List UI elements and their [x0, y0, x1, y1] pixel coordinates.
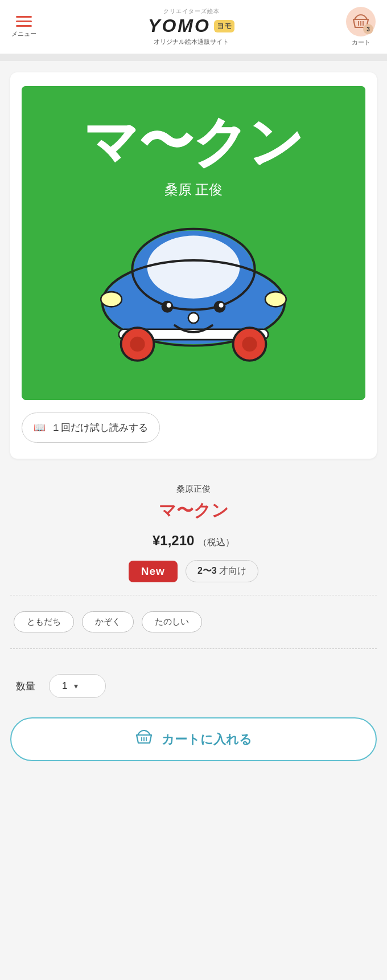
badges-row: New 2〜3 才向け — [16, 560, 371, 582]
price-value: ¥1,210 — [153, 533, 194, 548]
trial-read-label: １回だけ試し読みする — [51, 421, 148, 434]
svg-point-20 — [188, 313, 199, 323]
chevron-down-icon: ▾ — [74, 681, 78, 691]
logo-text: YOMO — [148, 15, 211, 36]
age-range: 2〜3 — [197, 566, 217, 575]
quantity-selector[interactable]: 1 ▾ — [49, 674, 106, 698]
header-separator — [0, 54, 387, 61]
tag-tanoshii[interactable]: たのしい — [142, 611, 202, 632]
svg-point-13 — [130, 337, 145, 352]
menu-button[interactable]: メニュー — [11, 16, 36, 38]
header: メニュー クリエイターズ絵本 YOMO ヨモ オリジナル絵本通販サイト 3 カー… — [0, 0, 387, 54]
product-info: 桑原正俊 マ〜クン ¥1,210 （税込） New 2〜3 才向け — [0, 470, 387, 582]
tags-row: ともだち かぞく たのしい — [0, 605, 387, 639]
quantity-label: 数量 — [16, 680, 35, 693]
tag-tomodachi[interactable]: ともだち — [14, 611, 74, 632]
tag-kazoku[interactable]: かぞく — [82, 611, 134, 632]
book-icon: 📖 — [34, 422, 46, 434]
divider-bottom — [10, 648, 377, 649]
quantity-section: 数量 1 ▾ — [0, 658, 387, 707]
age-label: 才向け — [219, 566, 246, 575]
add-to-cart-section: カートに入れる — [0, 707, 387, 777]
cart-label: カート — [352, 38, 370, 47]
logo: クリエイターズ絵本 YOMO ヨモ オリジナル絵本通販サイト — [148, 7, 234, 46]
logo-top-text: クリエイターズ絵本 — [163, 7, 220, 15]
book-title: マ〜クン — [16, 499, 371, 522]
price-display: ¥1,210 （税込） — [16, 533, 371, 549]
cart-icon — [135, 729, 153, 750]
svg-point-19 — [219, 303, 224, 308]
book-cover: マ〜クン 桑原 正俊 — [22, 86, 365, 400]
cart-button[interactable]: 3 カート — [346, 7, 376, 47]
book-card: マ〜クン 桑原 正俊 — [10, 72, 377, 459]
add-to-cart-label: カートに入れる — [162, 731, 252, 748]
quantity-value: 1 — [62, 680, 67, 692]
logo-main: YOMO ヨモ — [148, 15, 234, 36]
svg-text:桑原 正俊: 桑原 正俊 — [164, 182, 223, 197]
book-cover-illustration: マ〜クン 桑原 正俊 — [22, 86, 365, 400]
menu-label: メニュー — [11, 30, 36, 38]
logo-badge: ヨモ — [214, 20, 234, 32]
divider-top — [10, 595, 377, 595]
trial-read-button[interactable]: 📖 １回だけ試し読みする — [22, 413, 160, 443]
add-to-cart-button[interactable]: カートに入れる — [10, 717, 377, 761]
menu-icon — [16, 16, 32, 27]
svg-point-22 — [265, 292, 286, 307]
price-tax: （税込） — [198, 537, 234, 547]
svg-point-15 — [242, 337, 257, 352]
logo-subtitle: オリジナル絵本通販サイト — [154, 38, 229, 46]
svg-point-21 — [101, 292, 122, 307]
new-badge: New — [129, 561, 178, 582]
svg-point-17 — [167, 303, 171, 308]
svg-point-8 — [147, 236, 240, 299]
author-name: 桑原正俊 — [16, 484, 371, 495]
cart-icon-wrap: 3 — [346, 7, 376, 36]
cart-count-badge: 3 — [363, 24, 373, 34]
age-badge: 2〜3 才向け — [186, 560, 258, 582]
svg-text:マ〜クン: マ〜クン — [84, 112, 303, 172]
